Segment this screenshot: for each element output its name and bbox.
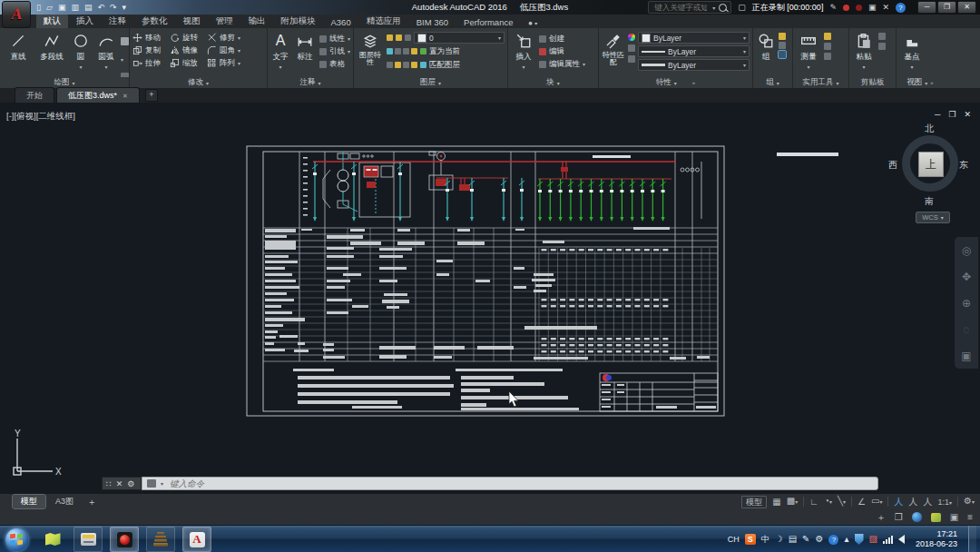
layer-unisolate-icon[interactable]	[411, 48, 417, 54]
annotation-scale-icon[interactable]: 人	[923, 494, 932, 509]
clean-screen-icon[interactable]: ▣	[950, 509, 958, 525]
tab-featured-apps[interactable]: 精选应用	[359, 14, 408, 28]
layer-delete-icon[interactable]	[411, 62, 417, 68]
sign-in-icon[interactable]: ▢	[738, 3, 746, 12]
ungroup-icon[interactable]	[779, 33, 786, 40]
record-stop-icon[interactable]	[856, 5, 862, 11]
viewport-controls-label[interactable]: [-][俯视][二维线框]	[6, 111, 75, 123]
calculator-icon[interactable]	[824, 53, 831, 60]
arc-button[interactable]: 圆弧▾	[94, 31, 118, 70]
restore-button[interactable]: ❐	[937, 1, 956, 14]
layout-tab-a3[interactable]: A3图	[47, 495, 82, 508]
polar-toggle-icon[interactable]: ◔▾	[824, 493, 832, 510]
network-icon[interactable]	[883, 535, 893, 544]
new-tab-button[interactable]: +	[145, 89, 158, 102]
panel-label-properties[interactable]: 特性▾»	[599, 77, 752, 88]
autoscale-icon[interactable]: 人	[908, 494, 917, 509]
drawing-canvas[interactable]: [-][俯视][二维线框] ─ ❐ ✕	[0, 103, 980, 494]
hardware-acceleration-icon[interactable]	[912, 512, 922, 522]
help-tray-icon[interactable]: ?	[828, 535, 838, 545]
isolate-add-icon[interactable]: ＋	[877, 509, 886, 525]
object-color-dropdown[interactable]: ByLayer▾	[638, 32, 750, 44]
customization-gear-icon[interactable]: ⚙▾	[964, 493, 975, 510]
dimension-button[interactable]: 标注	[293, 31, 317, 63]
ime-chinese-indicator[interactable]: 中	[761, 534, 769, 546]
save-icon[interactable]: ▣	[58, 0, 66, 15]
move-button[interactable]: 移动	[132, 32, 161, 44]
search-dropdown-icon[interactable]: ▾	[712, 5, 715, 11]
model-space-button[interactable]: 模型	[741, 496, 767, 508]
tab-manage[interactable]: 管理	[209, 14, 240, 28]
group-selection-toggle-icon[interactable]	[779, 51, 786, 58]
linear-dim-button[interactable]: 线性▾	[319, 33, 350, 44]
mirror-button[interactable]: 镜像	[170, 44, 198, 56]
redo-icon[interactable]: ↷	[110, 0, 117, 15]
linetype-dropdown[interactable]: ByLayer▾	[638, 45, 750, 57]
layer-freeze-icon[interactable]	[395, 48, 401, 54]
command-line-bar[interactable]: ∷ ✕ ⚙ ▾	[102, 477, 878, 490]
match-layer-button[interactable]: 匹配图层	[420, 59, 460, 71]
zoom-icon[interactable]: ⊕	[962, 297, 971, 310]
annotation-visibility-icon[interactable]: 人	[894, 494, 903, 509]
taskbar-screen-recorder-app[interactable]	[110, 527, 139, 552]
moon-tray-icon[interactable]: ☽	[775, 526, 783, 552]
viewport-icon[interactable]: ❐	[895, 509, 903, 525]
alert-tray-icon[interactable]: ▨	[869, 526, 877, 552]
tab-insert[interactable]: 插入	[69, 14, 101, 28]
group-button[interactable]: 组	[756, 31, 776, 63]
tab-default[interactable]: 默认	[36, 14, 68, 28]
sogou-ime-icon[interactable]: S	[745, 534, 756, 545]
command-recent-icon[interactable]	[147, 479, 156, 488]
new-file-icon[interactable]: ▯	[36, 0, 41, 15]
base-point-button[interactable]: 基点▾	[899, 31, 925, 70]
close-tab-icon[interactable]: ✕	[122, 93, 128, 100]
status-menu-icon[interactable]: ≡	[967, 509, 973, 525]
lineweight-list-icon[interactable]	[628, 55, 635, 63]
snap-toggle-icon[interactable]: ▩▾	[787, 493, 798, 510]
orbit-icon[interactable]: ◌	[963, 323, 969, 336]
tab-bim360[interactable]: BIM 360	[409, 15, 456, 28]
keyboard-tray-icon[interactable]: ▤	[789, 526, 797, 552]
create-block-button[interactable]: 创建	[539, 33, 585, 44]
taskbar-cad-viewer-app[interactable]	[146, 527, 175, 552]
lineweight-dropdown[interactable]: ByLayer▾	[638, 59, 750, 71]
wcs-dropdown[interactable]: WCS▾	[916, 212, 950, 223]
close-button[interactable]: ✕	[957, 1, 976, 14]
print-icon[interactable]: ▤	[84, 0, 93, 15]
application-menu-button[interactable]: A	[2, 1, 31, 28]
edit-attribute-button[interactable]: 编辑属性▾	[539, 58, 585, 70]
volume-icon[interactable]	[898, 535, 905, 544]
tab-parametric[interactable]: 参数化	[134, 14, 175, 28]
point-icon[interactable]	[824, 43, 831, 50]
tab-view[interactable]: 视图	[176, 14, 208, 28]
command-close-icon[interactable]: ✕	[116, 479, 123, 488]
open-file-icon[interactable]: ▱	[46, 0, 53, 15]
tab-a360[interactable]: A360	[324, 15, 358, 28]
viewcube-north-label[interactable]: 北	[925, 123, 934, 135]
circle-button[interactable]: 圆▾	[70, 31, 92, 70]
help-icon[interactable]: ?	[896, 3, 906, 13]
polyline-button[interactable]: 多段线	[36, 31, 67, 63]
layer-merge-icon[interactable]	[403, 62, 409, 68]
taskbar-notes-app[interactable]	[39, 527, 66, 551]
search-icon[interactable]	[719, 4, 727, 12]
capture-icon[interactable]: ▣	[868, 3, 877, 12]
match-properties-button[interactable]: 特性匹配	[602, 31, 625, 66]
ellipse-tool-icon[interactable]: ▾	[121, 68, 129, 77]
copy-clip-icon[interactable]	[878, 43, 886, 50]
copy-button[interactable]: 复制	[132, 44, 161, 56]
start-button[interactable]	[5, 528, 28, 551]
osnap-toggle-icon[interactable]: ▭▾	[871, 493, 882, 510]
panel-label-modify[interactable]: 修改▾	[130, 77, 267, 88]
steering-wheel-icon[interactable]: ◎	[962, 244, 971, 257]
save-as-icon[interactable]: ▥	[71, 0, 79, 15]
taskbar-clock[interactable]: 17:21 2018-06-23	[910, 529, 963, 549]
undo-icon[interactable]: ↶	[97, 0, 104, 15]
doc-minimize-icon[interactable]: ─	[935, 110, 940, 119]
set-current-button[interactable]: 置为当前	[420, 45, 460, 57]
scale-button[interactable]: 缩放	[170, 57, 198, 69]
record-pause-icon[interactable]	[843, 5, 849, 11]
show-desktop-button[interactable]	[968, 526, 976, 552]
trim-button[interactable]: 修剪▾	[207, 32, 240, 44]
security-shield-icon[interactable]	[855, 534, 864, 545]
